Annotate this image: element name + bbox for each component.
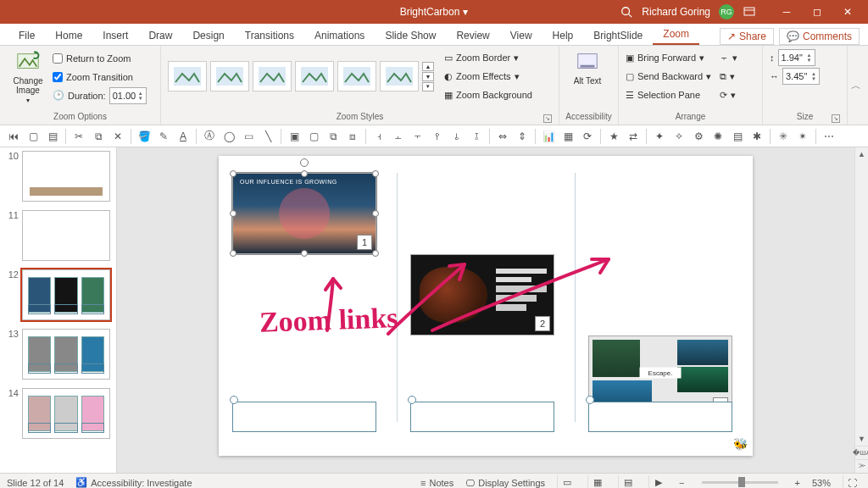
tab-view[interactable]: View [500, 26, 542, 45]
qat-dist-v-icon[interactable]: ⇕ [514, 128, 531, 145]
style-thumb[interactable] [295, 61, 334, 92]
qat-rect-icon[interactable]: ▭ [240, 128, 257, 145]
alt-text-button[interactable]: Alt Text [566, 49, 609, 86]
gallery-scroll[interactable]: ▲▼▾ [422, 62, 434, 92]
resize-handle[interactable] [301, 170, 308, 177]
vertical-scrollbar[interactable]: ▲ ▼ �ША⪼ [854, 147, 868, 473]
bring-forward-button[interactable]: ▣Bring Forward▾ [626, 49, 711, 66]
width-control[interactable]: ↔3.45"▲▼ [770, 68, 840, 85]
zoom-link-1[interactable]: OUR INFLUENCE IS GROWING 1 [232, 173, 376, 254]
qat-transition-icon[interactable]: ⇄ [625, 128, 642, 145]
rotate-button[interactable]: ⟳▾ [720, 86, 737, 103]
text-placeholder[interactable] [410, 402, 554, 432]
group-button[interactable]: ⧉▾ [720, 68, 737, 85]
dialog-launcher-icon[interactable]: ↘ [543, 114, 552, 123]
style-thumb[interactable] [253, 61, 292, 92]
qat-animation-icon[interactable]: ★ [605, 128, 622, 145]
maximize-button[interactable]: ◻ [802, 0, 832, 24]
resize-handle[interactable] [372, 250, 379, 257]
tab-draw[interactable]: Draw [138, 26, 182, 45]
qat-chart-icon[interactable]: 📊 [540, 128, 557, 145]
qat-align-center-icon[interactable]: ⫠ [390, 128, 407, 145]
slide-counter[interactable]: Slide 12 of 14 [7, 478, 64, 488]
zoom-slider[interactable] [702, 481, 778, 484]
duration-spinner[interactable]: 01.00▲▼ [109, 87, 147, 104]
user-avatar[interactable]: RG [719, 4, 734, 19]
tab-insert[interactable]: Insert [92, 26, 138, 45]
duration-control[interactable]: 🕑 Duration: 01.00▲▼ [53, 87, 147, 104]
style-thumb[interactable] [380, 61, 419, 92]
qat-asterisk-icon[interactable]: ✱ [748, 128, 765, 145]
search-icon[interactable] [620, 5, 633, 19]
zoom-out-button[interactable]: − [679, 478, 684, 488]
text-placeholder[interactable] [588, 402, 732, 432]
slideshow-view-icon[interactable]: ▶ [648, 475, 667, 489]
document-title[interactable]: BrightCarbon ▾ [400, 6, 469, 18]
qat-line-icon[interactable]: ╲ [259, 128, 276, 145]
qat-rotate-icon[interactable]: ⟳ [579, 128, 596, 145]
qat-font-color-icon[interactable]: A [175, 128, 192, 145]
thumbnail[interactable]: 11 HANDOUT [5, 210, 111, 261]
send-backward-button[interactable]: ▢Send Backward▾ [626, 68, 711, 85]
qat-misc2-icon[interactable]: ✴ [794, 128, 811, 145]
next-slide-icon[interactable]: ⪼ [855, 459, 868, 473]
tab-review[interactable]: Review [446, 26, 499, 45]
style-thumb[interactable] [168, 61, 207, 92]
zoom-link-2[interactable]: 2 [410, 254, 554, 336]
tab-file[interactable]: File [8, 26, 45, 45]
height-control[interactable]: ↕1.94"▲▼ [770, 49, 840, 66]
style-thumb[interactable] [210, 61, 249, 92]
resize-handle[interactable] [301, 250, 308, 257]
accessibility-status[interactable]: ♿Accessibility: Investigate [75, 477, 192, 488]
collapse-ribbon-icon[interactable]: ︿ [851, 78, 861, 92]
qat-gear-icon[interactable]: ⚙ [690, 128, 707, 145]
thumbnail[interactable]: 12 [5, 269, 111, 320]
zoom-effects-button[interactable]: ◐Zoom Effects▾ [444, 68, 532, 85]
qat-star-icon[interactable]: ✦ [651, 128, 668, 145]
resize-handle[interactable] [372, 170, 379, 177]
qat-dist-h-icon[interactable]: ⇔ [494, 128, 511, 145]
qat-group-icon[interactable]: ⧉ [325, 128, 342, 145]
qat-table-icon[interactable]: ▦ [559, 128, 576, 145]
align-button[interactable]: ⫟▾ [720, 49, 737, 66]
tab-slideshow[interactable]: Slide Show [375, 26, 446, 45]
change-image-button[interactable]: Change Image ▾ [7, 49, 49, 104]
zoom-in-button[interactable]: + [795, 478, 800, 488]
qat-fill-icon[interactable]: 🪣 [136, 128, 153, 145]
thumbnail[interactable]: 14 [5, 388, 111, 439]
qat-align-right-icon[interactable]: ⫟ [409, 128, 426, 145]
qat-text-box-icon[interactable]: Ⓐ [201, 128, 218, 145]
slide-thumbnails-panel[interactable]: 10 11 HANDOUT 12 13 14 [0, 147, 117, 473]
prev-slide-icon[interactable]: �ША [855, 446, 868, 459]
qat-align-left-icon[interactable]: ⫞ [370, 128, 387, 145]
share-button[interactable]: ↗Share [720, 28, 774, 45]
slide-editor[interactable]: OUR INFLUENCE IS GROWING 1 2 [117, 147, 868, 473]
resize-handle[interactable] [372, 210, 379, 217]
display-settings-button[interactable]: 🖵Display Settings [465, 478, 545, 488]
qat-layout-icon[interactable]: ▤ [44, 128, 61, 145]
qat-new-slide-icon[interactable]: ▢ [25, 128, 42, 145]
comments-button[interactable]: 💬Comments [779, 28, 860, 45]
qat-sparkle-icon[interactable]: ✧ [670, 128, 687, 145]
ribbon-display-options-icon[interactable] [743, 5, 756, 19]
qat-expand-icon[interactable]: ⋯ [821, 128, 837, 145]
qat-ungroup-icon[interactable]: ⧈ [344, 128, 361, 145]
qat-send-back-icon[interactable]: ▢ [305, 128, 322, 145]
thumbnail[interactable]: 13 [5, 329, 111, 380]
tab-transitions[interactable]: Transitions [235, 26, 304, 45]
text-placeholder[interactable] [232, 402, 376, 432]
qat-copy-icon[interactable]: ⧉ [90, 128, 107, 145]
tab-home[interactable]: Home [45, 26, 92, 45]
qat-misc1-icon[interactable]: ✳ [775, 128, 792, 145]
dialog-launcher-icon[interactable]: ↘ [832, 114, 840, 123]
tab-design[interactable]: Design [182, 26, 234, 45]
zoom-style-gallery[interactable]: ▲▼▾ [168, 61, 434, 92]
close-button[interactable]: ✕ [832, 0, 863, 24]
fit-to-window-icon[interactable]: ⛶ [843, 475, 861, 489]
zoom-background-button[interactable]: ▦Zoom Background [444, 86, 532, 103]
notes-button[interactable]: ≡Notes [420, 478, 453, 488]
qat-bring-front-icon[interactable]: ▣ [286, 128, 303, 145]
zoom-transition-checkbox[interactable]: Zoom Transition [53, 69, 147, 86]
reading-view-icon[interactable]: ▤ [618, 475, 637, 489]
minimize-button[interactable]: ─ [771, 0, 802, 24]
